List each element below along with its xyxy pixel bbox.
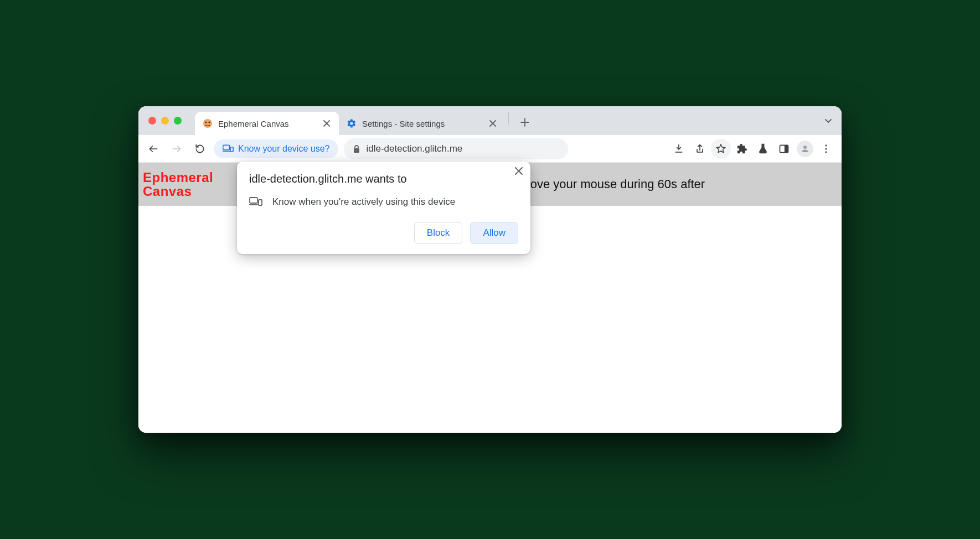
svg-point-9 xyxy=(825,144,827,147)
gear-icon xyxy=(347,118,357,128)
svg-rect-5 xyxy=(354,148,359,153)
window-close-button[interactable] xyxy=(148,117,156,125)
svg-point-1 xyxy=(205,122,207,123)
permission-title: idle-detection.glitch.me wants to xyxy=(249,173,518,185)
svg-point-11 xyxy=(825,151,827,153)
permission-actions: Block Allow xyxy=(249,222,518,244)
svg-rect-3 xyxy=(223,145,230,149)
back-button[interactable] xyxy=(144,139,163,158)
toolbar-right xyxy=(669,139,836,159)
svg-rect-13 xyxy=(259,200,262,205)
logo-line1: Ephemeral xyxy=(143,170,213,184)
permission-item-label: Know when you're actively using this dev… xyxy=(272,196,455,208)
tab-title: Ephemeral Canvas xyxy=(218,119,317,128)
tab-title: Settings - Site settings xyxy=(362,119,483,128)
new-tab-button[interactable] xyxy=(517,114,533,131)
browser-window: Ephemeral Canvas Settings - Site setting… xyxy=(138,106,842,433)
tab-close-icon[interactable] xyxy=(488,119,497,128)
allow-button[interactable]: Allow xyxy=(470,222,518,244)
tab-close-icon[interactable] xyxy=(322,119,331,128)
labs-button[interactable] xyxy=(753,139,773,159)
logo-line2: Canvas xyxy=(143,184,213,198)
address-bar[interactable]: idle-detection.glitch.me xyxy=(344,138,568,159)
svg-rect-12 xyxy=(250,198,257,203)
block-label: Block xyxy=(427,227,450,239)
window-dropdown[interactable] xyxy=(824,106,833,135)
permission-item: Know when you're actively using this dev… xyxy=(249,196,518,208)
window-minimize-button[interactable] xyxy=(161,117,169,125)
window-maximize-button[interactable] xyxy=(174,117,182,125)
svg-point-8 xyxy=(803,146,807,149)
permission-chip[interactable]: Know your device use? xyxy=(214,139,338,158)
page-logo: Ephemeral Canvas xyxy=(143,170,213,198)
tab-strip: Ephemeral Canvas Settings - Site setting… xyxy=(138,106,842,135)
permission-chip-label: Know your device use? xyxy=(238,144,329,154)
allow-label: Allow xyxy=(483,227,506,239)
extensions-button[interactable] xyxy=(732,139,752,159)
svg-rect-7 xyxy=(785,145,788,152)
block-button[interactable]: Block xyxy=(414,222,463,244)
window-traffic-lights xyxy=(148,106,195,135)
url-text: idle-detection.glitch.me xyxy=(366,143,462,154)
svg-rect-4 xyxy=(230,147,233,151)
devices-icon xyxy=(249,196,262,208)
sidepanel-button[interactable] xyxy=(774,139,794,159)
share-button[interactable] xyxy=(690,139,710,159)
avatar-icon xyxy=(797,141,813,157)
toolbar: Know your device use? idle-detection.gli… xyxy=(138,135,842,163)
permission-close-button[interactable] xyxy=(515,167,523,175)
lock-icon xyxy=(353,144,360,153)
svg-point-10 xyxy=(825,148,827,150)
permission-prompt: idle-detection.glitch.me wants to Know w… xyxy=(237,162,530,254)
menu-button[interactable] xyxy=(816,139,836,159)
favicon-icon xyxy=(203,118,213,128)
reload-button[interactable] xyxy=(190,139,209,158)
devices-icon xyxy=(223,144,234,154)
svg-point-2 xyxy=(209,122,210,123)
bookmark-button[interactable] xyxy=(711,139,731,159)
address-bar-container: Know your device use? idle-detection.gli… xyxy=(214,138,568,159)
tab-separator xyxy=(508,112,509,125)
tabs-container: Ephemeral Canvas Settings - Site setting… xyxy=(195,106,824,135)
forward-button[interactable] xyxy=(167,139,186,158)
chevron-down-icon xyxy=(824,116,833,125)
tab-ephemeral-canvas[interactable]: Ephemeral Canvas xyxy=(195,112,339,135)
downloads-button[interactable] xyxy=(669,139,689,159)
tab-settings[interactable]: Settings - Site settings xyxy=(339,112,505,135)
svg-point-0 xyxy=(203,119,212,128)
profile-button[interactable] xyxy=(795,139,815,159)
